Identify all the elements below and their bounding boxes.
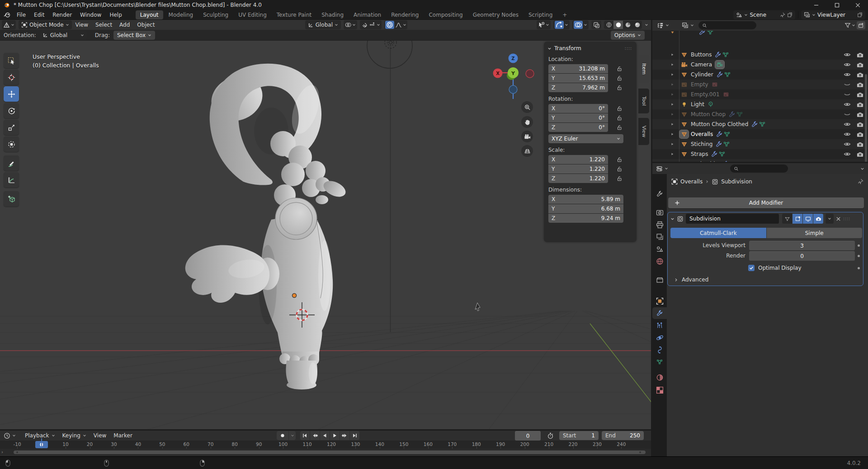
svg-text:Z[interactable]: Z (511, 56, 514, 61)
outliner-item-name[interactable]: Cylinder (691, 71, 713, 78)
modifier-icon[interactable] (716, 141, 722, 147)
eye-open-icon[interactable] (844, 71, 851, 78)
sidebar-tab-item[interactable]: Item (638, 55, 649, 83)
workspace-tab-shading[interactable]: Shading (317, 10, 348, 19)
light-data-icon[interactable] (708, 101, 714, 108)
modifier-icon[interactable] (751, 121, 758, 127)
disclosure-triangle-icon[interactable] (670, 142, 674, 146)
gizmo-icon[interactable] (555, 21, 564, 29)
workspace-tab-uv-editing[interactable]: UV Editing (234, 10, 271, 19)
outliner-row-mutton-chop[interactable]: Mutton Chop (652, 109, 868, 119)
outliner-item-name[interactable]: Empty (691, 81, 708, 88)
render-visibility-icon[interactable] (857, 71, 863, 78)
menu-file[interactable]: File (13, 10, 30, 20)
snap-controls[interactable] (360, 20, 382, 29)
play-button[interactable] (330, 431, 340, 440)
timeline-scrollbar[interactable] (14, 450, 646, 454)
previous-keyframe-button[interactable] (310, 431, 320, 440)
lock-open-icon[interactable] (616, 75, 623, 81)
mesh-data-icon[interactable] (723, 141, 730, 147)
editor-type-dropdown[interactable] (2, 20, 16, 29)
pivot-point-dropdown[interactable] (344, 20, 357, 29)
magnet-icon[interactable] (361, 22, 368, 28)
modifier-icon[interactable] (716, 131, 722, 137)
tool-transform[interactable] (4, 136, 19, 152)
eye-open-icon[interactable] (844, 101, 851, 108)
chevron-down-icon[interactable] (852, 23, 855, 27)
disclosure-triangle-icon[interactable] (670, 132, 674, 136)
eye-open-icon[interactable] (844, 61, 851, 68)
outliner-item-name[interactable]: Overalls (691, 131, 713, 137)
minimize-button[interactable] (806, 0, 826, 10)
shading-extras-dropdown[interactable] (645, 23, 648, 27)
outliner-item-name[interactable]: Mutton Chop (691, 111, 726, 117)
timeline-menu-playback[interactable]: Playback (21, 431, 59, 441)
lock-open-icon[interactable] (616, 84, 623, 91)
timeline-menu-keying[interactable]: Keying (59, 431, 90, 441)
tool-scale[interactable] (4, 120, 19, 135)
value-field[interactable]: X5.89 m (548, 195, 623, 204)
overlays-dropdown[interactable] (572, 20, 589, 29)
on-cage-toggle[interactable] (782, 214, 792, 224)
viewport-menu-view[interactable]: View (72, 20, 92, 30)
tool-select-box[interactable] (4, 53, 19, 68)
properties-tab-tool[interactable] (652, 188, 667, 200)
disclosure-triangle-icon[interactable] (670, 152, 674, 156)
modifier-name-field[interactable]: Subdivision (686, 214, 779, 224)
disclosure-triangle-icon[interactable] (670, 83, 674, 86)
workspace-tab-animation[interactable]: Animation (349, 10, 386, 19)
xray-toggle[interactable] (591, 21, 601, 29)
outliner-item-name[interactable]: Empty.001 (691, 91, 720, 98)
catmull-clark-button[interactable]: Catmull-Clark (670, 228, 766, 238)
properties-tab-constraints[interactable] (652, 344, 667, 356)
disclosure-triangle-icon[interactable] (670, 103, 674, 106)
outliner-item-name[interactable]: Buttons (691, 52, 712, 58)
disclosure-triangle-icon[interactable] (670, 53, 674, 56)
realtime-toggle[interactable] (803, 214, 813, 224)
tool-add-cube[interactable] (4, 191, 19, 206)
keying-extras-dropdown[interactable] (289, 431, 296, 440)
timeline-menu-marker[interactable]: Marker (110, 431, 136, 441)
workspace-tab-modeling[interactable]: Modeling (164, 10, 198, 19)
value-field[interactable]: X1.220 (548, 155, 608, 164)
workspace-tab-sculpting[interactable]: Sculpting (198, 10, 233, 19)
filter-funnel-icon[interactable] (844, 22, 851, 28)
properties-tab-data[interactable] (652, 356, 667, 368)
modifier-icon[interactable] (729, 111, 735, 117)
rotation-mode-dropdown[interactable]: XYZ Euler (548, 134, 623, 143)
eye-open-icon[interactable] (844, 160, 851, 162)
value-field[interactable]: Z9.24 m (548, 214, 623, 223)
image-data-icon[interactable] (712, 81, 718, 88)
new-scene-icon[interactable] (787, 12, 793, 18)
sidebar-tab-tool[interactable]: Tool (638, 89, 649, 113)
outliner-row-empty[interactable]: Empty (652, 80, 868, 89)
overlays-icon[interactable] (574, 21, 583, 29)
optimal-display-checkbox[interactable] (748, 265, 755, 271)
tool-annotate[interactable] (4, 155, 19, 171)
value-field[interactable]: Y1.220 (548, 164, 608, 174)
edit-mode-toggle[interactable] (793, 214, 802, 224)
value-field[interactable]: Z0° (548, 123, 608, 132)
menu-help[interactable]: Help (105, 10, 126, 20)
blender-menu-icon[interactable] (4, 12, 11, 18)
outliner-row-camera[interactable]: Camera (652, 60, 868, 70)
outliner-filter-type-dropdown[interactable] (681, 21, 695, 30)
outliner-item-name[interactable]: Camera (691, 61, 712, 68)
viewport-menu-select[interactable]: Select (92, 20, 116, 30)
outliner-item-name[interactable]: Stiching (691, 141, 712, 147)
view-camera-button[interactable] (521, 131, 533, 142)
eye-open-icon[interactable] (844, 121, 851, 128)
render-visibility-icon[interactable] (857, 111, 863, 118)
lock-open-icon[interactable] (616, 105, 623, 112)
eye-closed-icon[interactable] (844, 111, 851, 118)
close-icon[interactable] (836, 216, 841, 221)
simple-button[interactable]: Simple (767, 228, 863, 238)
outliner-search-input[interactable] (698, 21, 756, 29)
timeline-menu-view[interactable]: View (90, 431, 110, 441)
transform-orientation-dropdown[interactable]: Global (305, 20, 341, 29)
properties-tab-object[interactable] (652, 295, 667, 307)
shading-solid-button[interactable] (613, 21, 623, 29)
drag-handle-icon[interactable]: :::: (843, 216, 850, 221)
orientation-dropdown[interactable]: Global (40, 31, 87, 40)
render-visibility-icon[interactable] (857, 151, 863, 158)
